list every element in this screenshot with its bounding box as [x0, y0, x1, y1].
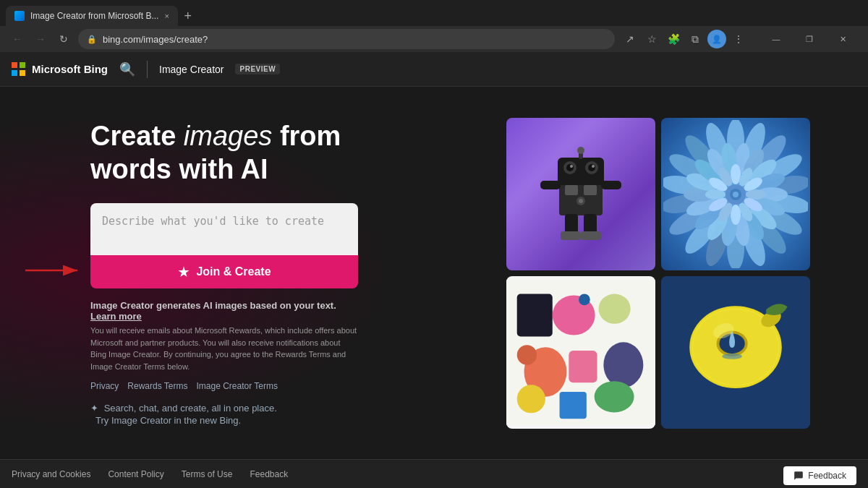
forward-btn[interactable]: →	[32, 30, 49, 48]
sparkle-icon	[177, 265, 190, 278]
menu-btn[interactable]: ⋮	[729, 30, 748, 48]
share-btn[interactable]: ↗	[621, 30, 639, 48]
svg-rect-81	[560, 391, 587, 418]
arrow-indicator	[25, 260, 83, 284]
footer: Privacy and Cookies Content Policy Terms…	[0, 459, 868, 488]
svg-point-92	[722, 353, 741, 359]
maximize-btn[interactable]: ❐	[793, 27, 826, 51]
svg-rect-78	[569, 351, 597, 382]
svg-rect-15	[601, 181, 621, 189]
svg-point-82	[595, 381, 634, 412]
refresh-btn[interactable]: ↻	[55, 30, 72, 48]
generated-image-flower	[661, 118, 810, 270]
chat-icon	[793, 471, 804, 481]
svg-point-7	[566, 164, 574, 171]
feedback-btn-label: Feedback	[808, 471, 846, 481]
svg-rect-18	[561, 231, 581, 240]
lemon-svg	[661, 278, 810, 427]
headline-part1: Create	[90, 121, 184, 151]
svg-point-8	[570, 165, 573, 168]
lock-icon: 🔒	[87, 35, 97, 44]
profile-btn[interactable]: 👤	[707, 30, 726, 48]
left-panel: Create images from words with AI	[0, 87, 448, 459]
ms-sq-2	[20, 62, 25, 68]
browser-chrome: Image Creator from Microsoft B... × + ← …	[0, 0, 868, 52]
svg-rect-74	[517, 294, 553, 336]
active-tab[interactable]: Image Creator from Microsoft B... ×	[6, 6, 178, 26]
ms-sq-4	[20, 70, 25, 76]
feedback-btn[interactable]: Feedback	[783, 466, 856, 485]
svg-point-11	[592, 165, 595, 168]
svg-rect-19	[581, 231, 601, 240]
tab-favicon	[14, 11, 25, 21]
image-creator-terms-link[interactable]: Image Creator Terms	[196, 381, 277, 391]
terms-links: Privacy Rewards Terms Image Creator Term…	[90, 381, 358, 391]
right-panel	[448, 87, 868, 459]
info-main-text: Image Creator generates AI images based …	[90, 300, 358, 322]
tab-close-btn[interactable]: ×	[164, 12, 169, 20]
join-create-btn[interactable]: Join & Create	[90, 255, 358, 288]
ms-sq-1	[12, 62, 17, 68]
generated-image-lemon	[661, 276, 810, 429]
privacy-link[interactable]: Privacy	[90, 381, 119, 391]
search-icon[interactable]: 🔍	[119, 61, 135, 77]
svg-point-80	[517, 385, 545, 413]
image-grid	[506, 118, 810, 429]
learn-more-link[interactable]: Learn more	[90, 311, 142, 322]
promo-line2[interactable]: Try Image Creator in the new Bing.	[90, 415, 358, 426]
bing-text: Microsoft Bing	[32, 63, 108, 75]
svg-point-72	[733, 192, 739, 197]
split-view-btn[interactable]: ⧉	[686, 30, 705, 48]
svg-point-83	[579, 294, 590, 305]
hero-content: Create images from words with AI	[90, 120, 358, 426]
promo-line1: ✦ Search, chat, and create, all in one p…	[90, 403, 358, 414]
window-controls: — ❐ ✕	[760, 27, 859, 51]
content-policy-link[interactable]: Content Policy	[108, 469, 163, 479]
svg-rect-76	[599, 294, 631, 323]
address-bar[interactable]: 🔒 bing.com/images/create?	[78, 29, 615, 49]
headline-part2: from	[272, 121, 341, 151]
minimize-btn[interactable]: —	[760, 27, 793, 51]
bing-promo: ✦ Search, chat, and create, all in one p…	[90, 403, 358, 426]
svg-rect-84	[517, 345, 537, 364]
prompt-input[interactable]	[90, 203, 358, 255]
svg-rect-16	[565, 214, 578, 234]
tab-title: Image Creator from Microsoft B...	[30, 11, 158, 21]
privacy-cookies-link[interactable]: Privacy and Cookies	[12, 469, 90, 479]
close-btn[interactable]: ✕	[826, 27, 859, 51]
info-section: Image Creator generates AI images based …	[90, 300, 358, 426]
preview-badge: PREVIEW	[235, 64, 280, 74]
headline-italic: images	[184, 121, 273, 151]
robot-svg	[537, 143, 624, 244]
microsoft-logo	[12, 62, 26, 77]
svg-point-79	[603, 342, 643, 388]
rewards-terms-link[interactable]: Rewards Terms	[127, 381, 187, 391]
browser-toolbar: ← → ↻ 🔒 bing.com/images/create? ↗ ☆ 🧩 ⧉ …	[0, 26, 868, 52]
svg-rect-14	[540, 181, 561, 189]
flower-svg	[663, 120, 808, 268]
ms-bing-logo[interactable]: Microsoft Bing	[12, 62, 108, 77]
address-text: bing.com/images/create?	[103, 34, 606, 45]
image-creator-label: Image Creator	[159, 64, 224, 75]
browser-actions: ↗ ☆ 🧩 ⧉ 👤 ⋮	[621, 30, 748, 48]
extensions-btn[interactable]: 🧩	[664, 30, 683, 48]
try-new-bing-link[interactable]: Try Image Creator in the new Bing.	[95, 415, 241, 426]
main-content: Create images from words with AI	[0, 87, 868, 459]
headline: Create images from words with AI	[90, 120, 358, 186]
ms-sq-3	[12, 70, 17, 76]
svg-rect-4	[584, 185, 597, 195]
terms-of-use-link[interactable]: Terms of Use	[182, 469, 233, 479]
prompt-section: Join & Create	[90, 203, 358, 288]
top-nav: Microsoft Bing 🔍 Image Creator PREVIEW	[0, 52, 868, 87]
footer-feedback-link[interactable]: Feedback	[250, 469, 288, 479]
bookmark-btn[interactable]: ☆	[642, 30, 661, 48]
svg-point-10	[588, 164, 595, 171]
headline-text: Create images from words with AI	[90, 120, 358, 186]
new-tab-btn[interactable]: +	[178, 6, 198, 26]
abstract-svg	[506, 278, 655, 427]
back-btn[interactable]: ←	[9, 30, 26, 48]
svg-point-21	[579, 199, 583, 203]
svg-rect-17	[584, 214, 597, 234]
svg-point-13	[577, 147, 584, 154]
generated-image-robot	[506, 118, 655, 270]
